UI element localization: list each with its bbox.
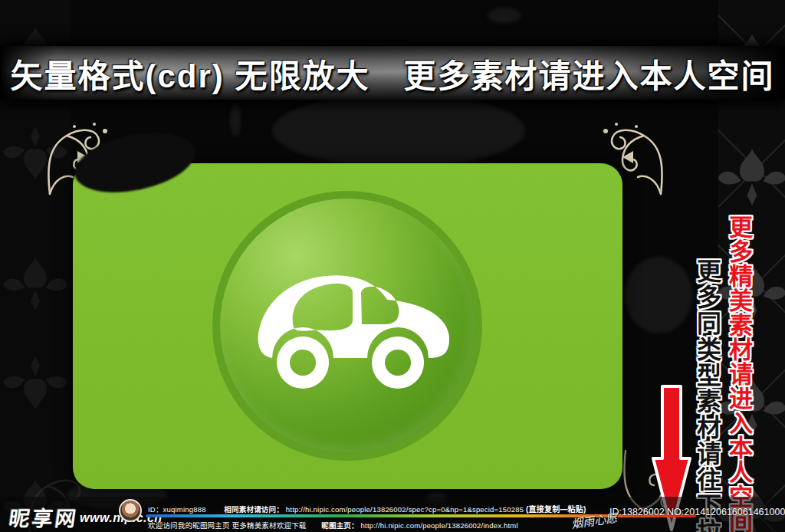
footer-bar: 昵享网 www.nipic.cn ID：xuqiming888 相同素材请访问：… xyxy=(0,497,785,532)
same-material-url: http://hi.nipic.com/people/13826002/spec… xyxy=(286,505,524,514)
uploader-info-line: ID：xuqiming888 相同素材请访问： http://hi.nipic.… xyxy=(148,503,586,514)
same-material-label: 相同素材请访问： xyxy=(224,505,284,514)
artwork-card xyxy=(73,163,622,489)
homepage-info-line: 欢迎访问我的昵图网主页 更多精美素材欢迎下载 昵图主页： http://hi.n… xyxy=(148,520,518,530)
top-banner: 矢量格式(cdr) 无限放大 更多素材请进入本人空间 xyxy=(0,46,785,100)
banner-text: 矢量格式(cdr) 无限放大 更多素材请进入本人空间 xyxy=(10,50,774,97)
ink-splat xyxy=(488,8,521,23)
uploader-id: ID：xuqiming888 xyxy=(148,505,206,514)
front-wheel-icon xyxy=(372,337,424,389)
poster-stage: 矢量格式(cdr) 无限放大 更多素材请进入本人空间 xyxy=(0,0,785,532)
ink-splat xyxy=(272,94,525,167)
icon-circle xyxy=(212,191,482,461)
image-id-watermark: ID:13826002 NO:20141206160614610000 xyxy=(609,507,785,517)
promo-text-scroll-hint: 更多同类型素材请往下拉 xyxy=(689,258,724,532)
homepage-label: 昵图主页： xyxy=(321,521,359,530)
user-avatar xyxy=(119,499,142,522)
site-logo: 昵享网 xyxy=(7,502,80,532)
homepage-url: http://hi.nipic.com/people/13826002/inde… xyxy=(361,521,518,530)
rear-wheel-icon xyxy=(277,337,329,389)
ink-splat xyxy=(230,103,241,136)
welcome-text: 欢迎访问我的昵图网主页 更多精美素材欢迎下载 xyxy=(148,521,307,530)
copy-hint: (直接复制—粘贴) xyxy=(526,505,586,514)
ink-splat xyxy=(625,257,692,333)
promo-text-red: 更多精美素材请进入本人空间 xyxy=(721,215,756,532)
car-icon xyxy=(240,234,470,395)
